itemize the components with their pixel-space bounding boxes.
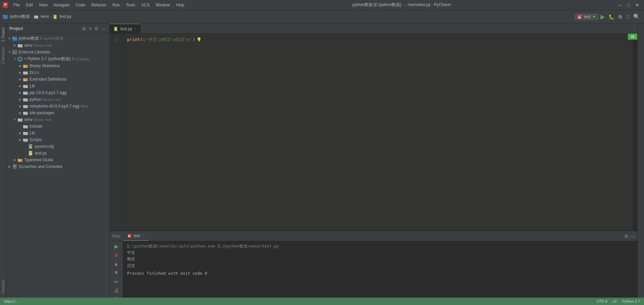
run-settings-button[interactable]: ⚙: [624, 233, 629, 239]
close-button[interactable]: ✕: [633, 2, 641, 8]
debug-button[interactable]: 🐛: [607, 13, 615, 21]
tree-item-pip[interactable]: ▶pip-19.0.3-py3.7.egg: [7, 89, 109, 96]
tree-arrow-root[interactable]: ▼: [7, 37, 12, 40]
tree-item-python[interactable]: ▶pythonlibrary root: [7, 96, 109, 103]
tree-item-scripts[interactable]: ▶Scripts: [7, 136, 109, 143]
menu-vcs[interactable]: VCS: [139, 2, 152, 8]
tree-arrow-venv-root[interactable]: ▼: [12, 118, 17, 121]
menu-help[interactable]: Help: [173, 2, 187, 8]
tree-arrow-venv[interactable]: ▶: [12, 44, 17, 47]
panel-header-icons[interactable]: ⊕ ≡ ⚙ —: [82, 25, 107, 32]
profile-button[interactable]: □: [625, 13, 631, 21]
menu-refactor[interactable]: Refactor: [89, 2, 109, 8]
run-sidebar[interactable]: ▶ ■ ▲ ▼ ⇔ 🖨 🗑: [110, 241, 123, 298]
collapse-all-button[interactable]: ≡: [88, 25, 92, 32]
menu-file[interactable]: File: [11, 2, 22, 8]
tree-item-root[interactable]: ▼python数据E:\python数据: [7, 35, 109, 42]
menu-run[interactable]: Run: [110, 2, 122, 8]
scroll-up-button[interactable]: ▲: [113, 260, 120, 268]
tree-item-ext-defs[interactable]: ▶libExtended Definitions: [7, 76, 109, 83]
scroll-down-button[interactable]: ▼: [113, 269, 120, 276]
tree-arrow-ext-defs[interactable]: ▶: [17, 78, 23, 81]
tree-item-dlls[interactable]: ▶DLLs: [7, 69, 109, 76]
tree-item-include[interactable]: Include: [7, 123, 109, 130]
search-everywhere-button[interactable]: 🔍: [632, 12, 641, 21]
tree-item-venv-root[interactable]: ▼venvlibrary root: [7, 116, 109, 123]
run-tab-test[interactable]: ▶ test ×: [123, 231, 148, 241]
breadcrumb-project[interactable]: python数据: [3, 14, 30, 19]
maximize-button[interactable]: □: [625, 2, 632, 8]
tree-item-ext-libs[interactable]: ▼ELExternal Libraries: [7, 49, 109, 55]
tree-item-pyvenv[interactable]: cfgpyvenv.cfg: [7, 143, 109, 150]
tree-arrow-scripts[interactable]: ▶: [17, 138, 23, 141]
tab-close-button[interactable]: ×: [134, 27, 136, 31]
code-content[interactable]: print(u'中文\n韩文\n日文\n') 💡: [123, 34, 633, 230]
run-button[interactable]: ▶: [600, 13, 606, 20]
tree-arrow-bin-skel[interactable]: ▶: [17, 64, 23, 68]
tree-secondary-python: library root: [43, 97, 60, 101]
status-encoding[interactable]: UTF-8: [595, 299, 608, 303]
panel-settings-button[interactable]: ⚙: [94, 25, 99, 32]
tree-arrow-lib2[interactable]: ▶: [17, 131, 23, 135]
status-line-endings[interactable]: LF: [611, 299, 619, 303]
z-structure-button[interactable]: Z-Structure: [1, 46, 6, 65]
menu-code[interactable]: Code: [73, 2, 88, 8]
menu-tools[interactable]: Tools: [123, 2, 138, 8]
svg-rect-9: [12, 37, 14, 38]
tree-arrow-pip[interactable]: ▶: [17, 91, 23, 94]
sync-files-button[interactable]: ⊕: [82, 25, 87, 32]
tree-item-bin-skel[interactable]: ▶libBinary Skeletons: [7, 62, 109, 69]
tree-arrow-ext-libs[interactable]: ▼: [7, 50, 12, 54]
tree-item-lib2[interactable]: ▶Lib: [7, 130, 109, 136]
minimize-button[interactable]: ─: [616, 2, 624, 8]
tree-item-typeshed[interactable]: ▶libTypeshed Stubs: [7, 157, 109, 163]
menu-view[interactable]: View: [36, 2, 50, 8]
tree-arrow-site-pkg[interactable]: ▶: [17, 111, 23, 115]
soft-wrap-button[interactable]: ⇔: [113, 278, 119, 286]
status-url[interactable]: https://...: [3, 299, 19, 303]
tree-arrow-scratches[interactable]: ▶: [7, 165, 12, 168]
tree-arrow-python[interactable]: ▶: [17, 98, 23, 101]
code-editor[interactable]: 1 print(u'中文\n韩文\n日文\n') 💡 46: [110, 34, 637, 230]
tab-test-py[interactable]: py test.py ×: [110, 24, 141, 33]
favorites-button[interactable]: Favorites: [1, 278, 6, 295]
tree-arrow-dlls[interactable]: ▶: [17, 71, 23, 74]
tree-arrow-typeshed[interactable]: ▶: [12, 158, 17, 162]
rerun-button[interactable]: ▶: [114, 243, 119, 250]
tree-item-site-pkg[interactable]: ▶site-packages: [7, 110, 109, 116]
tree-icon-lib: [23, 83, 28, 89]
tree-item-testpy[interactable]: pytest.py: [7, 150, 109, 157]
tree-item-setuptools[interactable]: ▶setuptools-40.8.0-py3.7.egglibra: [7, 103, 109, 110]
project-tool-button[interactable]: 1: Project: [1, 26, 6, 43]
tree-label-ext-defs: Extended Definitions: [30, 77, 66, 82]
run-tab-close[interactable]: ×: [142, 234, 144, 237]
run-configuration[interactable]: ▶ test ▼: [575, 13, 598, 20]
breadcrumb-venv[interactable]: venv: [34, 14, 49, 19]
tree-arrow-lib[interactable]: ▶: [17, 84, 23, 88]
tree-label-testpy: test.py: [35, 151, 47, 156]
tree-item-venv[interactable]: ▶venvlibrary root: [7, 42, 109, 49]
run-output-line-2: 韩文: [127, 256, 633, 262]
tree-item-scratches[interactable]: ▶Scratches and Consoles: [7, 163, 109, 170]
breadcrumb-sep2: ›: [50, 14, 52, 19]
menu-navigate[interactable]: Navigate: [51, 2, 72, 8]
run-panel-icons[interactable]: ⚙ —: [622, 231, 637, 241]
menu-window[interactable]: Window: [153, 2, 173, 8]
tree-icon-python: [23, 97, 28, 102]
coverage-button[interactable]: ⚙: [617, 13, 624, 21]
tree-arrow-setuptools[interactable]: ▶: [17, 104, 23, 108]
print-button[interactable]: 🖨: [113, 287, 120, 294]
run-config-dropdown-icon[interactable]: ▼: [593, 15, 596, 18]
tree-icon-python37: Py: [17, 56, 23, 62]
stop-button[interactable]: ■: [114, 252, 119, 259]
menu-bar[interactable]: File Edit View Navigate Code Refactor Ru…: [11, 2, 187, 8]
menu-edit[interactable]: Edit: [23, 2, 36, 8]
tree-item-python37[interactable]: ▼Py< Python 3.7 (python数据) >E:\pytho: [7, 55, 109, 62]
run-close-button[interactable]: —: [630, 233, 635, 239]
breadcrumb-file[interactable]: py test.py: [53, 14, 71, 19]
window-controls[interactable]: ─ □ ✕: [616, 2, 641, 8]
status-python-version[interactable]: Python 3.7: [621, 299, 641, 303]
panel-hide-button[interactable]: —: [101, 25, 107, 32]
tree-item-lib[interactable]: ▶Lib: [7, 83, 109, 89]
tree-arrow-python37[interactable]: ▼: [12, 57, 17, 61]
